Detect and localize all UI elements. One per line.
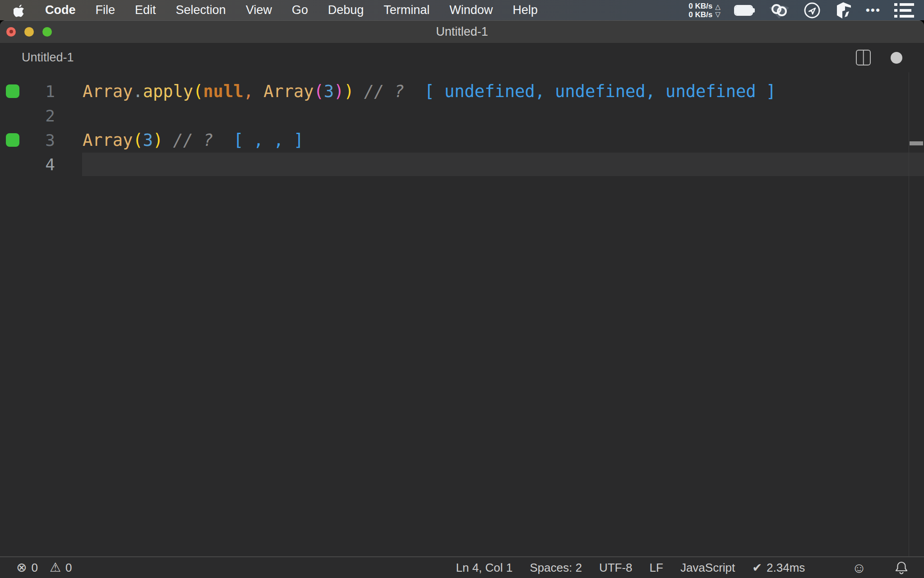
- code-token: ): [153, 131, 163, 150]
- warning-count: 0: [65, 561, 72, 575]
- quokka-coverage-icon: [6, 84, 19, 98]
- gutter: 2: [0, 103, 83, 128]
- vscode-window: Untitled-1 Untitled-1 1Array.apply(null,…: [0, 20, 924, 578]
- menu-item-window[interactable]: Window: [449, 3, 493, 17]
- code-token: (: [133, 131, 143, 150]
- editor-title-bar: Untitled-1: [0, 43, 924, 72]
- quokka-perf[interactable]: ✔ 2.34ms: [752, 561, 805, 575]
- code-editor[interactable]: 1Array.apply(null, Array(3)) // ? [ unde…: [0, 72, 924, 556]
- code-token: [254, 82, 263, 101]
- code-token: // ?: [364, 82, 404, 101]
- menu-item-view[interactable]: View: [246, 3, 272, 17]
- error-count: 0: [31, 561, 37, 575]
- code-token: [ undefined, undefined, undefined ]: [424, 82, 776, 101]
- unsaved-changes-dot-icon[interactable]: [891, 52, 902, 64]
- menu-item-code[interactable]: Code: [45, 3, 76, 17]
- encoding-setting[interactable]: UTF-8: [599, 561, 633, 575]
- code-token: [213, 131, 234, 150]
- code-token: .: [133, 82, 143, 101]
- menu-item-selection[interactable]: Selection: [176, 3, 226, 17]
- cursor-position[interactable]: Ln 4, Col 1: [456, 561, 513, 575]
- line-number: 2: [0, 107, 83, 125]
- code-text: Array.apply(null, Array(3)) // ? [ undef…: [83, 82, 776, 101]
- navigation-circle-icon[interactable]: [804, 2, 821, 19]
- code-token: null: [203, 82, 243, 101]
- code-token: [ , , ]: [233, 131, 304, 150]
- code-line[interactable]: 4: [0, 152, 924, 177]
- download-arrow-icon: ▽: [715, 10, 721, 18]
- code-line[interactable]: 1Array.apply(null, Array(3)) // ? [ unde…: [0, 79, 924, 103]
- task-list-icon[interactable]: [894, 3, 914, 18]
- code-lines-container: 1Array.apply(null, Array(3)) // ? [ unde…: [0, 79, 924, 177]
- code-token: Array: [83, 131, 133, 150]
- problems-errors[interactable]: ⊗ 0: [16, 561, 38, 575]
- overview-ruler[interactable]: [909, 72, 924, 556]
- window-title-bar[interactable]: Untitled-1: [0, 20, 924, 43]
- menu-item-file[interactable]: File: [96, 3, 116, 17]
- split-editor-icon[interactable]: [856, 50, 871, 65]
- menu-item-edit[interactable]: Edit: [135, 3, 156, 17]
- code-token: [354, 82, 364, 101]
- minimize-button[interactable]: [24, 27, 34, 37]
- indentation-setting[interactable]: Spaces: 2: [530, 561, 582, 575]
- network-speed-indicator[interactable]: 0 KB/s 0 KB/s △ ▽: [688, 2, 720, 19]
- eol-setting[interactable]: LF: [650, 561, 663, 575]
- code-token: ): [334, 82, 344, 101]
- check-icon: ✔: [752, 561, 762, 575]
- code-token: [163, 131, 173, 150]
- code-token: 3: [324, 82, 334, 101]
- language-mode[interactable]: JavaScript: [680, 561, 735, 575]
- code-token: (: [314, 82, 323, 101]
- code-token: ): [344, 82, 354, 101]
- gutter: 3: [0, 128, 83, 152]
- zoom-button[interactable]: [42, 27, 52, 37]
- code-token: // ?: [173, 131, 213, 150]
- apple-icon[interactable]: [14, 4, 25, 17]
- gutter: 4: [0, 152, 83, 177]
- menu-item-debug[interactable]: Debug: [328, 3, 364, 17]
- problems-warnings[interactable]: ⚠ 0: [50, 561, 72, 575]
- warning-icon: ⚠: [50, 561, 61, 574]
- menu-bar: Code File Edit Selection View Go Debug T…: [0, 0, 924, 20]
- gutter: 1: [0, 79, 83, 103]
- network-down-speed: 0 KB/s: [688, 10, 712, 19]
- editor-actions: [856, 50, 924, 65]
- code-token: 3: [143, 131, 153, 150]
- code-token: Array: [83, 82, 133, 101]
- menu-item-help[interactable]: Help: [513, 3, 538, 17]
- code-token: [404, 82, 425, 101]
- window-title: Untitled-1: [436, 25, 488, 39]
- code-token: (: [193, 82, 203, 101]
- error-icon: ⊗: [16, 561, 27, 574]
- menu-bar-left: Code File Edit Selection View Go Debug T…: [0, 3, 538, 17]
- menu-bar-status-items: 0 KB/s 0 KB/s △ ▽: [688, 0, 924, 20]
- battery-icon[interactable]: [734, 5, 755, 16]
- code-text: Array(3) // ? [ , , ]: [83, 131, 304, 150]
- network-up-speed: 0 KB/s: [688, 2, 712, 10]
- more-dots-icon[interactable]: •••: [866, 0, 881, 20]
- close-button[interactable]: [6, 27, 16, 37]
- line-number: 4: [0, 155, 83, 174]
- code-token: apply: [143, 82, 193, 101]
- open-file-name[interactable]: Untitled-1: [22, 51, 74, 65]
- hotspot-rings-icon[interactable]: [768, 2, 790, 19]
- menu-item-terminal[interactable]: Terminal: [383, 3, 430, 17]
- upload-arrow-icon: △: [715, 3, 721, 10]
- notifications-bell-icon[interactable]: [895, 561, 908, 574]
- status-bar: ⊗ 0 ⚠ 0 Ln 4, Col 1 Spaces: 2 UTF-8 LF J…: [0, 556, 924, 578]
- code-token: Array: [263, 82, 314, 101]
- code-line[interactable]: 3Array(3) // ? [ , , ]: [0, 128, 924, 152]
- ruler-cursor-marker: [910, 141, 923, 145]
- code-line[interactable]: 2: [0, 103, 924, 128]
- code-token: ,: [243, 82, 253, 101]
- menu-item-go[interactable]: Go: [292, 3, 308, 17]
- quokka-coverage-icon: [6, 133, 19, 147]
- perf-time: 2.34ms: [767, 561, 805, 575]
- traffic-lights: [6, 20, 52, 43]
- feedback-smiley-icon[interactable]: ☺: [852, 561, 866, 575]
- cube-icon[interactable]: [834, 1, 852, 19]
